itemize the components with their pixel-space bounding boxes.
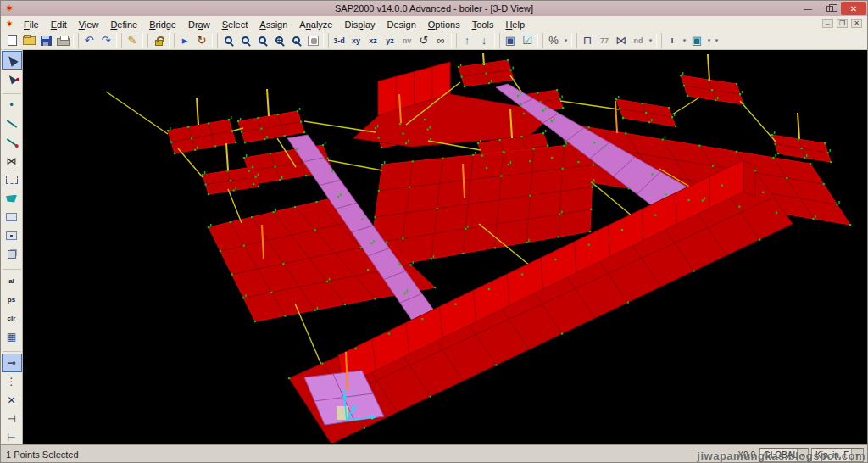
menu-display[interactable]: Display — [338, 18, 381, 31]
group-chevron-3[interactable]: ▾ — [713, 32, 721, 49]
perspective-toggle-button[interactable]: ∞ — [432, 32, 449, 49]
mdi-restore-button[interactable]: ❐ — [837, 19, 848, 28]
model-viewport[interactable] — [23, 50, 868, 444]
save-button[interactable] — [37, 32, 54, 49]
section-cut-dropdown[interactable]: ▾ — [681, 32, 688, 49]
menu-bridge[interactable]: Bridge — [143, 18, 182, 31]
toolbar-separator — [212, 33, 218, 48]
section-cut-button[interactable]: I — [664, 32, 681, 49]
draw-rect-area-icon — [6, 213, 17, 221]
menu-file[interactable]: File — [18, 18, 45, 31]
snap-to-intersections-button[interactable]: ✕ — [2, 391, 22, 410]
view-yz-button[interactable]: yz — [381, 32, 398, 49]
draw-quick-frame-button[interactable] — [2, 133, 22, 152]
rotate-view-button[interactable]: ↺ — [415, 32, 432, 49]
assign-all-button[interactable]: al — [2, 271, 22, 290]
toolbar-separator — [3, 264, 21, 270]
restore-button[interactable] — [819, 2, 841, 15]
quick-draw-area-button[interactable] — [2, 226, 22, 245]
snap-to-midpoints-button[interactable]: ⋮ — [2, 372, 22, 391]
units-select[interactable]: Kip, in, F ▼ — [811, 448, 864, 462]
snap-to-points-button[interactable]: ⊸ — [2, 354, 22, 372]
move-up-in-list-button[interactable]: ↑ — [459, 32, 476, 49]
show-forms-button[interactable]: ▣ — [688, 32, 705, 49]
model-canvas[interactable] — [23, 50, 868, 444]
draw-secondary-beams-button[interactable] — [2, 170, 22, 189]
menu-design[interactable]: Design — [381, 18, 422, 31]
lock-model-icon — [155, 40, 163, 46]
toolbar-separator — [451, 33, 457, 48]
refresh-view-button[interactable]: ↻ — [193, 32, 210, 49]
previous-zoom-button[interactable] — [253, 32, 270, 49]
previous-zoom-icon — [259, 36, 266, 44]
coordinate-system-select[interactable]: GLOBAL ▼ — [760, 448, 809, 462]
draw-joint-button[interactable]: • — [2, 96, 22, 114]
draw-solid-button[interactable] — [2, 245, 22, 264]
menu-define[interactable]: Define — [104, 18, 143, 31]
bridge-layout-button[interactable]: ⋈ — [613, 32, 630, 49]
main-toolbar: ↶↷✎▸↻+-3-dxyxzyznv↺∞↑↓▣☑%▾⊓77⋈nd▾I▾▣▾▾ — [1, 31, 867, 50]
assign-all-button-label: al — [8, 277, 14, 285]
chevron-down-icon[interactable]: ▼ — [797, 449, 809, 461]
menu-assign[interactable]: Assign — [253, 18, 293, 31]
zoom-in-one-step-button[interactable]: + — [270, 32, 287, 49]
menu-view[interactable]: View — [73, 18, 105, 31]
mdi-close-button[interactable]: ✕ — [851, 19, 862, 28]
zoom-out-one-step-button[interactable]: - — [287, 32, 304, 49]
group-chevron-2[interactable]: ▾ — [647, 32, 654, 49]
new-model-button[interactable] — [3, 32, 20, 49]
print-button[interactable] — [54, 32, 71, 49]
lock-model-button[interactable] — [150, 32, 167, 49]
draw-rect-area-button[interactable] — [2, 208, 22, 226]
assign-clr-button-label: clr — [8, 315, 16, 322]
restore-full-view-button[interactable] — [236, 32, 253, 49]
frame-releases-button[interactable]: 77 — [596, 32, 613, 49]
close-button[interactable]: ✕ — [841, 2, 866, 15]
menu-help[interactable]: Help — [499, 18, 531, 31]
draw-poly-area-button[interactable] — [2, 189, 22, 208]
chevron-down-icon[interactable]: ▼ — [851, 449, 863, 461]
frame-section-button[interactable]: ⊓ — [579, 32, 596, 49]
open-file-icon — [23, 36, 36, 45]
minimize-button[interactable]: — — [797, 2, 819, 15]
mdi-window-controls: –❐✕ — [822, 19, 867, 28]
pan-button[interactable] — [304, 32, 321, 49]
assign-fraction-button[interactable]: % — [545, 32, 562, 49]
set-display-options-button[interactable]: ☑ — [519, 32, 536, 49]
draw-frame-button[interactable] — [2, 114, 22, 133]
view-xz-button[interactable]: xz — [364, 32, 381, 49]
redo-button[interactable]: ↷ — [97, 32, 114, 49]
view-nv-button[interactable]: nv — [398, 32, 415, 49]
snap-to-perpendicular-button[interactable]: ⊣ — [2, 410, 22, 428]
toolbar-separator — [494, 33, 500, 48]
open-file-button[interactable] — [20, 32, 37, 49]
undo-button[interactable]: ↶ — [81, 32, 97, 49]
draw-braces-button[interactable]: ⋈ — [2, 152, 22, 170]
rubber-band-zoom-button[interactable] — [220, 32, 236, 49]
assign-clr-button[interactable]: clr — [2, 309, 22, 327]
menu-analyze[interactable]: Analyze — [293, 18, 338, 31]
select-arrow-button[interactable] — [2, 51, 22, 70]
show-forms-dropdown[interactable]: ▾ — [705, 32, 713, 49]
menu-draw[interactable]: Draw — [182, 18, 216, 31]
view-xy-button-label: xy — [349, 36, 363, 45]
view-xy-button[interactable]: xy — [348, 32, 364, 49]
object-shrink-toggle-button[interactable]: ▣ — [502, 32, 519, 49]
menu-tools[interactable]: Tools — [466, 18, 500, 31]
nd-button[interactable]: nd — [630, 32, 647, 49]
assign-ps-button[interactable]: ps — [2, 290, 22, 309]
reshape-object-button[interactable] — [2, 70, 22, 88]
mdi-minimize-button[interactable]: – — [822, 19, 833, 28]
menu-select[interactable]: Select — [216, 18, 254, 31]
menu-edit[interactable]: Edit — [45, 18, 73, 31]
menu-options[interactable]: Options — [422, 18, 466, 31]
edit-pencil-button[interactable]: ✎ — [124, 32, 141, 49]
run-analysis-button[interactable]: ▸ — [176, 32, 193, 49]
toolbar-separator — [656, 33, 662, 48]
title-bar[interactable]: ✶ SAP2000 v14.0.0 Advanced - boiler - [3… — [1, 1, 867, 16]
view-3d-button[interactable]: 3-d — [331, 32, 348, 49]
group-chevron-1[interactable]: ▾ — [562, 32, 570, 49]
toolbar-separator — [142, 33, 148, 48]
draw-grid-button[interactable]: ▦ — [2, 327, 22, 346]
move-down-in-list-button[interactable]: ↓ — [476, 32, 492, 49]
